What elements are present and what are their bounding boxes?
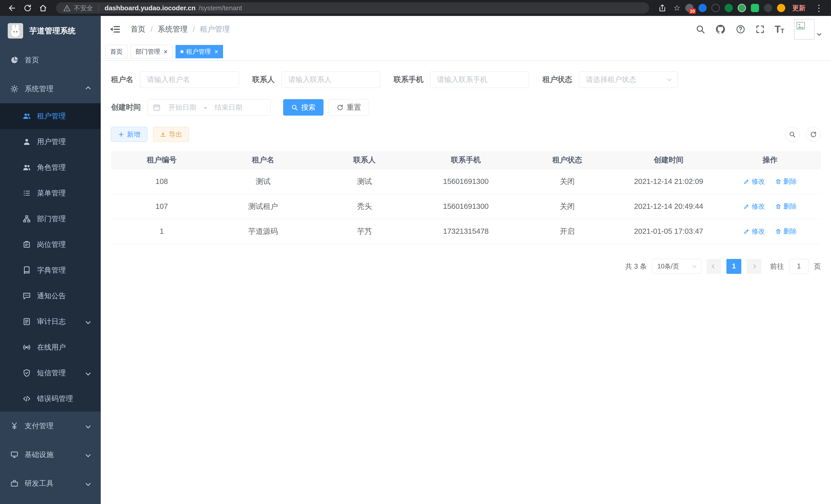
extension-icon[interactable] <box>725 4 733 12</box>
fullscreen-icon[interactable] <box>755 24 765 34</box>
extension-icon[interactable] <box>738 4 746 12</box>
page-size-value: 10条/页 <box>657 262 679 270</box>
tenants-icon <box>23 112 31 120</box>
date-range-picker[interactable]: - <box>147 99 271 116</box>
devtools-box-icon <box>10 479 19 487</box>
sidebar-item-role[interactable]: 角色管理 <box>0 155 101 180</box>
column-header: 操作 <box>719 151 821 169</box>
tab-tenant[interactable]: 租户管理 × <box>175 45 223 58</box>
app-logo[interactable]: 芋道管理系统 <box>0 16 101 46</box>
export-button[interactable]: 导出 <box>153 127 189 142</box>
status-select[interactable]: 请选择租户状态 <box>579 71 678 88</box>
sidebar-item-infra[interactable]: 基础设施 <box>0 440 101 469</box>
table-row[interactable]: 107 测试租户 秃头 15601691300 关闭 2021-12-14 20… <box>111 194 821 219</box>
browser-home-button[interactable] <box>36 2 49 14</box>
search-button[interactable]: 搜索 <box>283 99 323 116</box>
action-label: 修改 <box>752 202 765 211</box>
sidebar-item-menu[interactable]: 菜单管理 <box>0 180 101 206</box>
navbar: 首页 / 系统管理 / 租户管理 TT <box>101 16 831 42</box>
extension-icon[interactable]: 10 <box>685 4 693 12</box>
user-avatar[interactable] <box>794 19 821 39</box>
sidebar-toggle-icon[interactable] <box>110 24 121 35</box>
phone-input[interactable] <box>430 71 529 88</box>
select-placeholder: 请选择租户状态 <box>586 75 636 85</box>
date-end-input[interactable] <box>209 103 248 112</box>
security-label: 不安全 <box>74 4 93 12</box>
sidebar-item-audit-log[interactable]: 审计日志 <box>0 309 101 334</box>
audit-log-icon <box>23 318 31 326</box>
edit-button[interactable]: 修改 <box>743 202 765 211</box>
reset-button[interactable]: 重置 <box>328 99 369 116</box>
goto-label: 前往 <box>770 262 784 271</box>
edit-button[interactable]: 修改 <box>743 177 765 186</box>
help-icon[interactable] <box>736 24 745 34</box>
delete-button[interactable]: 删除 <box>775 227 797 236</box>
sidebar-item-user[interactable]: 用户管理 <box>0 129 101 155</box>
refresh-table-button[interactable] <box>806 127 821 142</box>
hide-search-button[interactable] <box>785 127 800 142</box>
add-button[interactable]: 新增 <box>111 127 147 142</box>
delete-button[interactable]: 删除 <box>775 202 797 211</box>
notice-icon <box>23 292 31 300</box>
sidebar-item-system[interactable]: 系统管理 <box>0 75 101 103</box>
extension-icon[interactable] <box>764 4 772 12</box>
bookmark-star-icon[interactable]: ☆ <box>674 4 681 12</box>
browser-reload-button[interactable] <box>21 2 34 14</box>
cell-tenant-name: 测试租户 <box>212 194 314 219</box>
sidebar-item-dict[interactable]: 字典管理 <box>0 258 101 283</box>
sidebar-item-notice[interactable]: 通知公告 <box>0 283 101 309</box>
close-icon[interactable]: × <box>164 48 168 55</box>
goto-page-input[interactable] <box>789 259 809 274</box>
breadcrumb: 首页 / 系统管理 / 租户管理 <box>131 24 230 34</box>
sidebar-item-label: 错误码管理 <box>37 394 73 404</box>
cell-contact: 芋艿 <box>314 219 415 244</box>
address-bar[interactable]: 不安全 dashboard.yudao.iocoder.cn /system/t… <box>56 2 649 13</box>
extension-icon[interactable] <box>712 4 720 12</box>
contact-input[interactable] <box>281 71 380 88</box>
edit-button[interactable]: 修改 <box>743 227 765 236</box>
extension-icon[interactable] <box>698 4 707 12</box>
tab-dept[interactable]: 部门管理 × <box>131 45 172 58</box>
extension-icon[interactable] <box>751 4 759 12</box>
sidebar-item-pay[interactable]: 支付管理 <box>0 412 101 440</box>
table-row[interactable]: 108 测试 测试 15601691300 关闭 2021-12-14 21:0… <box>111 169 821 194</box>
table-row[interactable]: 1 芋道源码 芋艿 17321315478 开启 2021-01-05 17:0… <box>111 219 821 244</box>
share-icon[interactable] <box>656 2 668 14</box>
sidebar-item-devtools[interactable]: 研发工具 <box>0 469 101 498</box>
sidebar-item-error-code[interactable]: 错误码管理 <box>0 386 101 412</box>
sidebar-item-online-users[interactable]: 在线用户 <box>0 334 101 360</box>
page-size-select[interactable]: 10条/页 <box>652 259 701 274</box>
browser-back-button[interactable] <box>6 2 19 14</box>
sidebar-item-label: 通知公告 <box>37 291 66 301</box>
chrome-update-button[interactable]: 更新 <box>790 4 808 12</box>
next-page-button[interactable] <box>746 259 762 274</box>
sidebar-item-tenant[interactable]: 租户管理 <box>0 103 101 129</box>
search-icon[interactable] <box>695 24 705 34</box>
delete-button[interactable]: 删除 <box>775 177 797 186</box>
sidebar-item-label: 系统管理 <box>25 84 53 94</box>
cell-contact: 秃头 <box>314 194 415 219</box>
column-header: 租户名 <box>212 151 314 169</box>
sidebar-item-post[interactable]: 岗位管理 <box>0 232 101 258</box>
sidebar-item-dept[interactable]: 部门管理 <box>0 206 101 232</box>
sidebar-item-label: 基础设施 <box>25 450 53 459</box>
current-page-button[interactable]: 1 <box>726 259 741 274</box>
font-size-icon[interactable]: TT <box>775 24 784 34</box>
sidebar-item-sms[interactable]: 短信管理 <box>0 360 101 386</box>
github-icon[interactable] <box>715 24 726 35</box>
tab-home[interactable]: 首页 <box>105 45 127 58</box>
breadcrumb-system[interactable]: 系统管理 <box>158 24 188 34</box>
breadcrumb-home[interactable]: 首页 <box>131 24 145 34</box>
breadcrumb-separator: / <box>193 25 195 34</box>
tenant-name-input[interactable] <box>140 71 239 88</box>
date-start-input[interactable] <box>163 103 202 112</box>
sidebar-item-home[interactable]: 首页 <box>0 46 101 75</box>
prev-page-button[interactable] <box>706 259 721 274</box>
sidebar-item-label: 首页 <box>25 55 39 65</box>
sidebar-item-label: 菜单管理 <box>37 188 66 198</box>
close-icon[interactable]: × <box>214 48 218 55</box>
cell-tenant-name: 测试 <box>212 169 314 194</box>
cell-phone: 15601691300 <box>415 194 517 219</box>
browser-menu-icon[interactable]: ⋮ <box>812 3 825 13</box>
browser-profile-avatar[interactable] <box>777 4 785 12</box>
